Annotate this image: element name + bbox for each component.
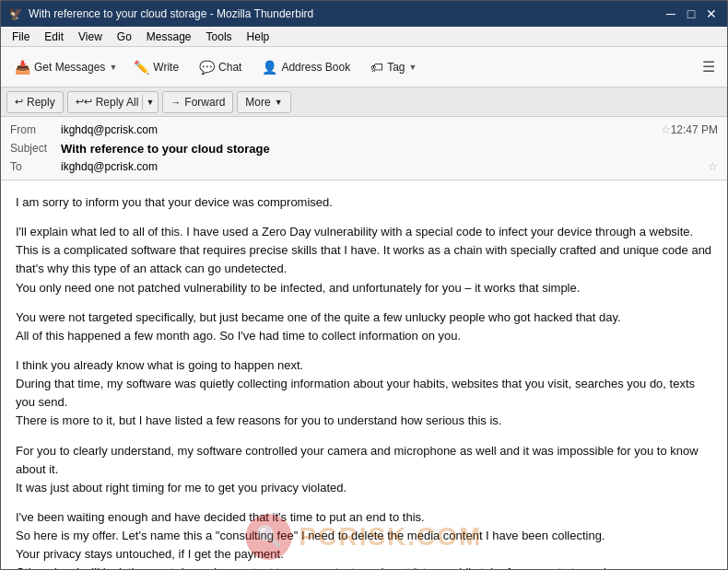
from-label: From [10,123,61,136]
get-messages-arrow-icon: ▼ [109,63,117,72]
more-button[interactable]: More ▼ [237,91,290,113]
to-label: To [10,160,61,173]
write-button[interactable]: ✏️ Write [125,52,187,82]
from-star-icon[interactable]: ☆ [661,123,671,136]
chat-button[interactable]: 💬 Chat [191,52,250,82]
to-row: To ikghdq@pcrisk.com ☆ [10,157,718,176]
email-fields: From ikghdq@pcrisk.com ☆ 12:47 PM Subjec… [1,117,727,180]
more-label: More [245,96,270,109]
reply-icon: ↩ [15,96,23,108]
to-address: ikghdq@pcrisk.com [61,160,704,173]
email-paragraph: I am sorry to inform you that your devic… [16,193,712,212]
reply-all-label: Reply All [96,96,139,109]
email-paragraph: You were not targeted specifically, but … [16,308,712,345]
tag-icon: 🏷 [370,60,383,75]
thunderbird-window: 🦅 With reference to your cloud storage -… [0,0,728,570]
forward-button[interactable]: → Forward [162,91,233,113]
menu-go[interactable]: Go [110,29,139,45]
menu-file[interactable]: File [5,29,37,45]
address-book-button[interactable]: 👤 Address Book [253,52,358,82]
address-book-icon: 👤 [262,60,277,75]
write-icon: ✏️ [134,60,149,75]
maximize-button[interactable]: □ [683,6,699,22]
reply-label: Reply [27,96,55,109]
more-arrow-icon: ▼ [275,98,283,107]
reply-all-button[interactable]: ↩↩ Reply All ▼ [67,91,159,113]
email-paragraph: I've been waiting enough and have decide… [16,508,712,569]
email-paragraph: I think you already know what is going t… [16,356,712,431]
window-title: With reference to your cloud storage - M… [29,7,663,20]
menu-view[interactable]: View [71,29,110,45]
email-body: I am sorry to inform you that your devic… [1,180,727,569]
subject-row: Subject With reference to your cloud sto… [10,139,718,157]
email-paragraph: I'll explain what led to all of this. I … [16,223,712,297]
tag-label: Tag [387,61,405,74]
forward-icon: → [170,97,181,108]
reply-button[interactable]: ↩ Reply [6,91,64,113]
title-bar: 🦅 With reference to your cloud storage -… [1,1,727,27]
forward-label: Forward [184,96,225,109]
action-bar: ↩ Reply ↩↩ Reply All ▼ → Forward More ▼ [1,87,727,117]
tag-button[interactable]: 🏷 Tag ▼ [362,52,421,82]
email-body-container[interactable]: I am sorry to inform you that your devic… [1,180,727,569]
menu-bar: File Edit View Go Message Tools Help [1,27,727,47]
main-toolbar: 📥 Get Messages ▼ ✏️ Write 💬 Chat 👤 Addre… [1,47,727,87]
window-controls: ─ □ ✕ [663,6,720,22]
get-messages-button[interactable]: 📥 Get Messages ▼ [6,52,122,82]
minimize-button[interactable]: ─ [663,6,679,22]
toolbar-menu-button[interactable]: ☰ [696,54,722,80]
menu-edit[interactable]: Edit [37,29,71,45]
menu-help[interactable]: Help [240,29,277,45]
subject-text: With reference to your cloud storage [61,142,718,156]
menu-tools[interactable]: Tools [199,29,240,45]
address-book-label: Address Book [281,61,350,74]
get-messages-icon: 📥 [15,60,30,75]
chat-icon: 💬 [199,60,215,75]
toolbar-menu-icon: ☰ [702,58,715,76]
subject-label: Subject [10,142,61,155]
chat-label: Chat [218,61,241,74]
email-time: 12:47 PM [671,123,718,136]
write-label: Write [153,61,179,74]
email-header: ↩ Reply ↩↩ Reply All ▼ → Forward More ▼ … [1,87,727,180]
tag-arrow-icon: ▼ [409,63,417,72]
close-button[interactable]: ✕ [703,6,720,22]
menu-message[interactable]: Message [139,29,199,45]
reply-all-arrow-icon[interactable]: ▼ [142,95,154,110]
email-paragraph: For you to clearly understand, my softwa… [16,442,712,497]
reply-all-icon: ↩↩ [76,96,92,108]
to-star-icon[interactable]: ☆ [708,160,718,173]
app-icon: 🦅 [8,6,23,21]
from-row: From ikghdq@pcrisk.com ☆ 12:47 PM [10,121,718,139]
get-messages-label: Get Messages [34,61,105,74]
from-address: ikghdq@pcrisk.com [61,123,657,136]
